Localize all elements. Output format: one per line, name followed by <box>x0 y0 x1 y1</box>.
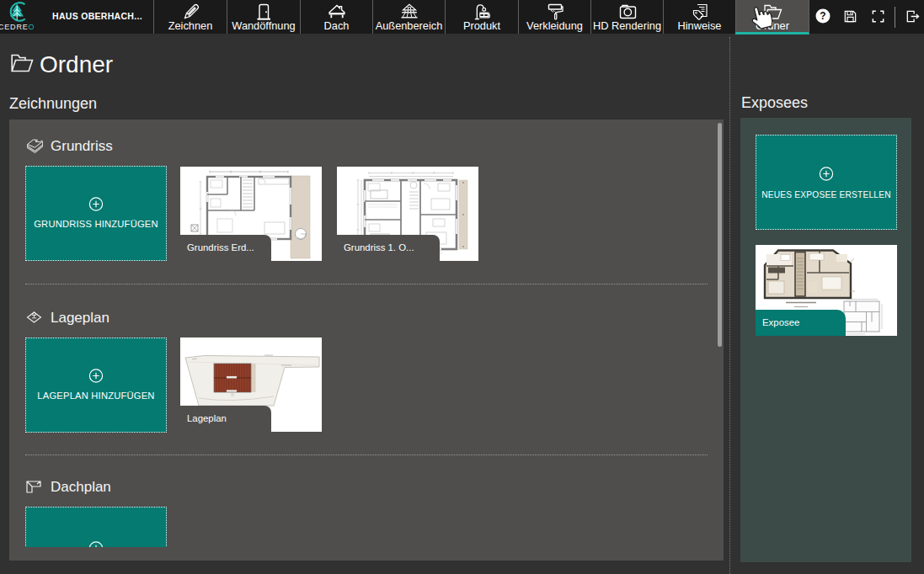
svg-text:?: ? <box>820 10 825 22</box>
